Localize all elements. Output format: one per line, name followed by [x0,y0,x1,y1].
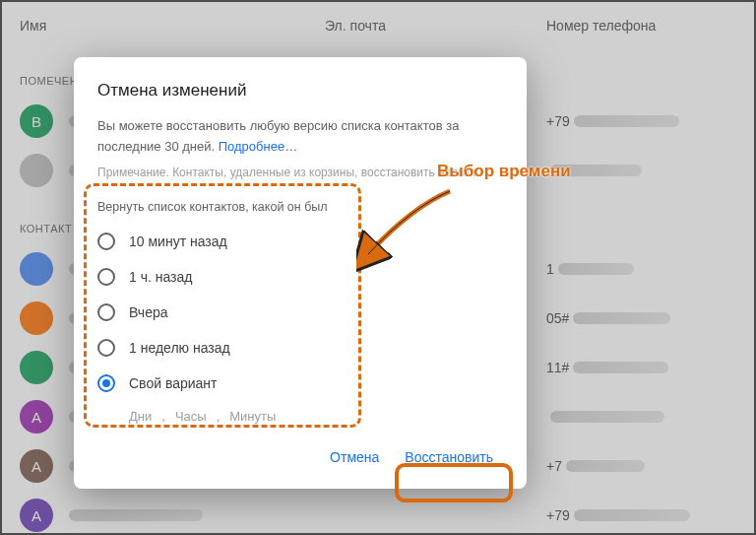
time-option-radio[interactable]: Свой вариант [97,366,503,401]
radio-icon [97,374,115,392]
radio-label: Вчера [129,304,168,320]
radio-label: 10 минут назад [129,234,227,249]
radio-icon [97,233,115,250]
time-option-radio[interactable]: 10 минут назад [97,224,503,259]
radio-icon [97,303,115,321]
unit-sep: , [217,409,220,424]
dialog-note: Примечание. Контакты, удаленные из корзи… [97,164,503,182]
cancel-button[interactable]: Отмена [320,441,389,473]
undo-changes-dialog: Отмена изменений Вы можете восстановить … [74,57,527,489]
radio-label: Свой вариант [129,375,218,391]
dialog-description: Вы можете восстановить любую версию спис… [97,116,503,182]
time-option-radio[interactable]: Вчера [97,295,503,330]
learn-more-link[interactable]: Подробнее… [219,139,297,154]
radio-label: 1 неделю назад [129,340,230,356]
custom-time-inputs[interactable]: Дни , Часы , Минуты [129,409,503,424]
custom-days-label: Дни [129,409,152,424]
time-option-radio[interactable]: 1 ч. назад [97,259,503,295]
unit-sep: , [161,409,165,424]
radio-icon [97,268,115,286]
restore-button[interactable]: Восстановить [395,441,503,473]
time-option-radio[interactable]: 1 неделю назад [97,330,503,366]
time-radio-group: 10 минут назад1 ч. назадВчера1 неделю на… [97,224,503,401]
custom-hours-label: Часы [175,409,207,424]
dialog-title: Отмена изменений [97,81,503,100]
radio-icon [97,339,115,357]
custom-minutes-label: Минуты [229,409,276,424]
radio-label: 1 ч. назад [129,269,192,285]
radio-group-label: Вернуть список контактов, какой он был [97,200,503,214]
